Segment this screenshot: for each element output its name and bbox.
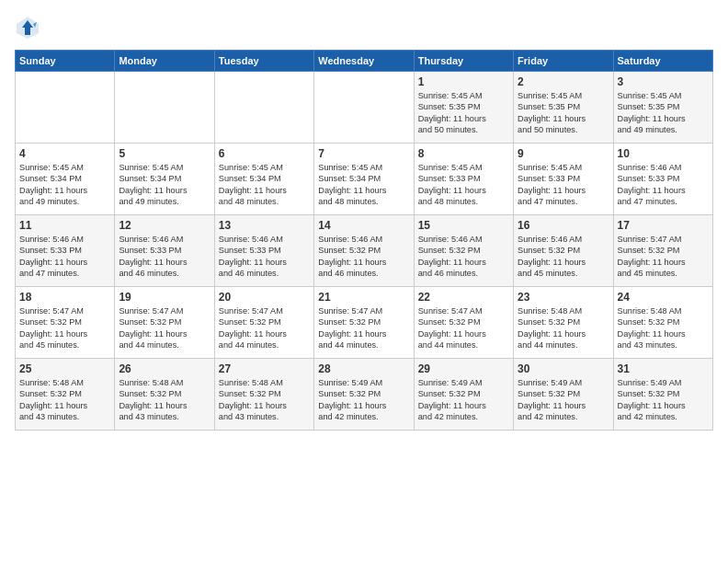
day-number: 15 bbox=[418, 219, 509, 232]
day-info: and 46 minutes. bbox=[318, 268, 409, 279]
day-info: Sunrise: 5:45 AM bbox=[618, 90, 709, 101]
day-number: 18 bbox=[19, 291, 110, 304]
day-number: 11 bbox=[19, 219, 110, 232]
day-info: Sunset: 5:33 PM bbox=[119, 245, 210, 256]
day-info: Sunset: 5:33 PM bbox=[518, 173, 609, 184]
day-info: and 42 minutes. bbox=[418, 411, 509, 422]
day-info: and 43 minutes. bbox=[119, 411, 210, 422]
day-cell: 1Sunrise: 5:45 AMSunset: 5:35 PMDaylight… bbox=[414, 72, 513, 144]
day-info: Sunrise: 5:45 AM bbox=[19, 162, 110, 173]
day-cell: 7Sunrise: 5:45 AMSunset: 5:34 PMDaylight… bbox=[314, 144, 414, 215]
week-row-5: 25Sunrise: 5:48 AMSunset: 5:32 PMDayligh… bbox=[16, 359, 713, 431]
day-info: Sunrise: 5:46 AM bbox=[19, 234, 110, 245]
day-info: and 44 minutes. bbox=[418, 339, 509, 350]
day-info: and 46 minutes. bbox=[119, 268, 210, 279]
day-cell: 20Sunrise: 5:47 AMSunset: 5:32 PMDayligh… bbox=[214, 287, 313, 359]
day-info: Sunrise: 5:48 AM bbox=[219, 377, 310, 388]
day-info: Sunrise: 5:48 AM bbox=[618, 305, 709, 316]
day-info: Sunrise: 5:45 AM bbox=[418, 90, 509, 101]
day-cell bbox=[115, 72, 214, 144]
day-info: Daylight: 11 hours bbox=[518, 400, 609, 411]
day-cell: 13Sunrise: 5:46 AMSunset: 5:33 PMDayligh… bbox=[214, 215, 313, 287]
day-number: 28 bbox=[318, 362, 409, 375]
day-info: Sunrise: 5:46 AM bbox=[618, 162, 709, 173]
day-info: Sunset: 5:33 PM bbox=[418, 173, 509, 184]
day-info: Daylight: 11 hours bbox=[219, 328, 310, 339]
day-cell: 23Sunrise: 5:48 AMSunset: 5:32 PMDayligh… bbox=[514, 287, 613, 359]
day-info: Sunset: 5:32 PM bbox=[119, 316, 210, 327]
day-info: Sunrise: 5:45 AM bbox=[518, 90, 609, 101]
day-info: Sunset: 5:32 PM bbox=[318, 316, 409, 327]
day-number: 20 bbox=[219, 291, 310, 304]
day-info: and 44 minutes. bbox=[518, 339, 609, 350]
day-info: Sunrise: 5:45 AM bbox=[318, 162, 409, 173]
day-info: and 49 minutes. bbox=[618, 124, 709, 135]
day-cell: 26Sunrise: 5:48 AMSunset: 5:32 PMDayligh… bbox=[115, 359, 214, 431]
day-cell: 21Sunrise: 5:47 AMSunset: 5:32 PMDayligh… bbox=[314, 287, 414, 359]
header-cell-wednesday: Wednesday bbox=[314, 51, 414, 72]
day-info: Daylight: 11 hours bbox=[418, 113, 509, 124]
day-info: and 45 minutes. bbox=[19, 339, 110, 350]
day-cell: 31Sunrise: 5:49 AMSunset: 5:32 PMDayligh… bbox=[613, 359, 712, 431]
day-info: Daylight: 11 hours bbox=[119, 257, 210, 268]
day-number: 29 bbox=[418, 362, 509, 375]
day-info: Sunset: 5:32 PM bbox=[219, 316, 310, 327]
day-info: Sunrise: 5:48 AM bbox=[518, 305, 609, 316]
day-info: Daylight: 11 hours bbox=[19, 257, 110, 268]
day-info: Daylight: 11 hours bbox=[219, 257, 310, 268]
day-info: Sunset: 5:32 PM bbox=[518, 245, 609, 256]
day-info: Sunrise: 5:47 AM bbox=[318, 305, 409, 316]
page: SundayMondayTuesdayWednesdayThursdayFrid… bbox=[0, 0, 728, 563]
day-info: Sunset: 5:32 PM bbox=[618, 316, 709, 327]
day-info: Sunrise: 5:47 AM bbox=[618, 234, 709, 245]
day-number: 6 bbox=[219, 147, 310, 160]
day-info: Sunset: 5:32 PM bbox=[418, 245, 509, 256]
day-number: 24 bbox=[618, 291, 709, 304]
day-number: 23 bbox=[518, 291, 609, 304]
day-cell: 22Sunrise: 5:47 AMSunset: 5:32 PMDayligh… bbox=[414, 287, 513, 359]
day-info: Sunset: 5:32 PM bbox=[418, 316, 509, 327]
day-cell: 4Sunrise: 5:45 AMSunset: 5:34 PMDaylight… bbox=[16, 144, 115, 215]
week-row-4: 18Sunrise: 5:47 AMSunset: 5:32 PMDayligh… bbox=[16, 287, 713, 359]
day-info: and 48 minutes. bbox=[219, 196, 310, 207]
day-info: Sunset: 5:32 PM bbox=[318, 388, 409, 399]
day-cell: 6Sunrise: 5:45 AMSunset: 5:34 PMDaylight… bbox=[214, 144, 313, 215]
day-number: 14 bbox=[318, 219, 409, 232]
day-info: Sunset: 5:35 PM bbox=[418, 101, 509, 112]
day-info: Sunrise: 5:45 AM bbox=[219, 162, 310, 173]
day-info: Daylight: 11 hours bbox=[418, 257, 509, 268]
day-info: Sunset: 5:33 PM bbox=[219, 245, 310, 256]
day-cell: 10Sunrise: 5:46 AMSunset: 5:33 PMDayligh… bbox=[613, 144, 712, 215]
day-number: 3 bbox=[618, 75, 709, 88]
day-info: Daylight: 11 hours bbox=[219, 400, 310, 411]
day-cell: 30Sunrise: 5:49 AMSunset: 5:32 PMDayligh… bbox=[514, 359, 613, 431]
day-info: and 46 minutes. bbox=[418, 268, 509, 279]
day-info: Sunrise: 5:47 AM bbox=[219, 305, 310, 316]
day-info: Sunrise: 5:47 AM bbox=[19, 305, 110, 316]
day-info: Daylight: 11 hours bbox=[618, 328, 709, 339]
day-info: Daylight: 11 hours bbox=[318, 400, 409, 411]
day-info: and 43 minutes. bbox=[219, 411, 310, 422]
day-info: Sunset: 5:33 PM bbox=[19, 245, 110, 256]
day-number: 31 bbox=[618, 362, 709, 375]
header-row: SundayMondayTuesdayWednesdayThursdayFrid… bbox=[16, 51, 713, 72]
day-info: Daylight: 11 hours bbox=[618, 113, 709, 124]
day-info: Sunrise: 5:48 AM bbox=[19, 377, 110, 388]
day-number: 12 bbox=[119, 219, 210, 232]
day-info: and 45 minutes. bbox=[618, 268, 709, 279]
day-cell: 11Sunrise: 5:46 AMSunset: 5:33 PMDayligh… bbox=[16, 215, 115, 287]
day-info: Daylight: 11 hours bbox=[518, 257, 609, 268]
day-info: Sunset: 5:32 PM bbox=[518, 316, 609, 327]
day-number: 16 bbox=[518, 219, 609, 232]
day-info: Daylight: 11 hours bbox=[618, 257, 709, 268]
day-info: Sunset: 5:35 PM bbox=[518, 101, 609, 112]
day-number: 7 bbox=[318, 147, 409, 160]
day-number: 30 bbox=[518, 362, 609, 375]
day-info: Daylight: 11 hours bbox=[318, 185, 409, 196]
day-info: Daylight: 11 hours bbox=[518, 185, 609, 196]
day-info: Sunrise: 5:48 AM bbox=[119, 377, 210, 388]
day-info: and 46 minutes. bbox=[219, 268, 310, 279]
day-info: Daylight: 11 hours bbox=[219, 185, 310, 196]
day-info: Sunrise: 5:45 AM bbox=[119, 162, 210, 173]
day-cell bbox=[16, 72, 115, 144]
